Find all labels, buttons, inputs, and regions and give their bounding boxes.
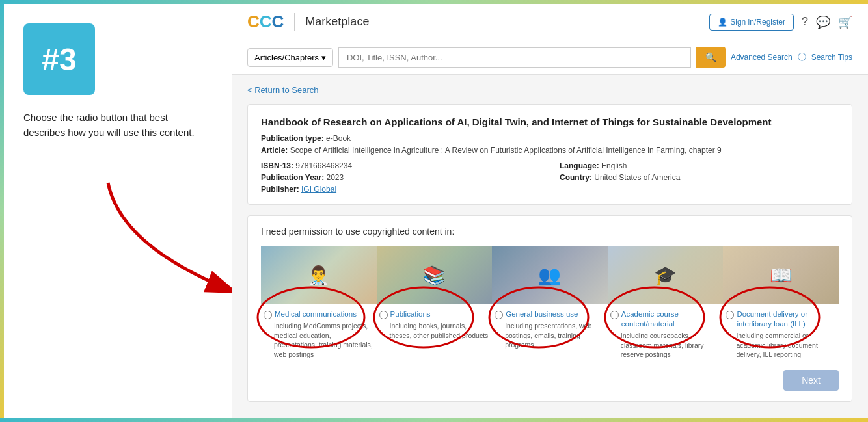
help-icon[interactable]: ?: [802, 15, 808, 29]
search-input[interactable]: [338, 47, 691, 68]
book-isbn: ISBN-13: 9781668468234: [261, 161, 540, 170]
header: CCC Marketplace 👤 Sign in/Register ? 💬 🛒: [232, 4, 868, 40]
publications-image: 📚: [377, 246, 493, 304]
document-label: Document delivery or interlibrary loan (…: [723, 304, 839, 362]
search-type-select[interactable]: Articles/Chapters ▾: [247, 48, 333, 67]
business-person-icon: 👥: [492, 246, 608, 304]
advanced-search-link[interactable]: Advanced Search: [731, 53, 793, 62]
publications-desc: Including books, journals, theses, other…: [379, 321, 490, 340]
permission-card: I need permission to use copyrighted con…: [247, 215, 852, 402]
medical-image: 👨‍⚕️: [261, 246, 377, 304]
document-name: Document delivery or interlibrary loan (…: [737, 310, 836, 329]
chevron-down-icon: ▾: [321, 53, 326, 62]
article-label: Article:: [261, 146, 288, 155]
use-case-publications: 📚 Publications Including books, journals…: [377, 246, 493, 362]
chat-icon[interactable]: 💬: [816, 15, 830, 29]
document-desc: Including commercial or academic library…: [726, 331, 836, 360]
academic-person-icon: 🎓: [608, 246, 724, 304]
content: < Return to Search Handbook of Research …: [232, 75, 868, 412]
next-label: Next: [802, 375, 821, 386]
academic-desc: Including coursepacks, classroom materia…: [610, 331, 721, 360]
document-radio-row: Document delivery or interlibrary loan (…: [726, 310, 836, 329]
academic-radio[interactable]: [610, 311, 619, 319]
search-button[interactable]: 🔍: [696, 47, 726, 68]
help-circle-icon: ⓘ: [798, 51, 806, 63]
article-value: Scope of Artificial Intelligence in Agri…: [290, 146, 722, 155]
logo-marketplace: Marketplace: [305, 15, 369, 29]
use-cases: 👨‍⚕️ Medical communications Including Me…: [261, 246, 839, 362]
academic-radio-row: Academic course content/material: [610, 310, 721, 329]
business-label: General business use Including presentat…: [492, 304, 608, 352]
return-label: < Return to Search: [247, 85, 318, 95]
book-pub-year: Publication Year: 2023: [261, 173, 540, 182]
search-tips-label: Search Tips: [811, 53, 852, 62]
business-radio[interactable]: [495, 311, 503, 319]
search-type-label: Articles/Chapters: [254, 53, 319, 62]
book-title: Handbook of Research on Applications of …: [261, 115, 839, 129]
country-value: United States of America: [594, 173, 680, 182]
academic-name: Academic course content/material: [621, 310, 721, 329]
business-name: General business use: [506, 310, 578, 319]
country-label: Country:: [560, 173, 592, 182]
book-country: Country: United States of America: [560, 173, 839, 182]
logo-c1: C: [247, 12, 260, 31]
academic-label: Academic course content/material Includi…: [608, 304, 724, 362]
logo-c2: C: [260, 12, 272, 31]
publications-person-icon: 📚: [377, 246, 493, 304]
business-image: 👥: [492, 246, 608, 304]
book-card: Handbook of Research on Applications of …: [247, 104, 852, 205]
academic-image: 🎓: [608, 246, 724, 304]
medical-name: Medical communications: [275, 310, 357, 319]
main-area: CCC Marketplace 👤 Sign in/Register ? 💬 🛒…: [232, 4, 868, 418]
publisher-label: Publisher:: [261, 185, 299, 194]
document-image: 📖: [723, 246, 839, 304]
business-desc: Including presentations, web postings, e…: [495, 321, 605, 350]
search-bar: Articles/Chapters ▾ 🔍 Advanced Search ⓘ …: [232, 40, 868, 75]
book-article: Article: Scope of Artificial Intelligenc…: [261, 146, 839, 155]
use-case-academic: 🎓 Academic course content/material Inclu…: [608, 246, 724, 362]
instruction-text: Choose the radio button that best descri…: [23, 111, 206, 140]
use-case-business: 👥 General business use Including present…: [492, 246, 608, 362]
logo-divider: [294, 13, 295, 31]
person-icon: 👤: [718, 18, 727, 27]
medical-radio-row: Medical communications: [264, 310, 374, 319]
logo-ccc: CCC: [247, 12, 284, 32]
document-radio[interactable]: [726, 311, 734, 319]
step-badge: #3: [23, 23, 95, 95]
logo: CCC Marketplace: [247, 12, 369, 32]
medical-radio[interactable]: [264, 311, 272, 319]
publications-label: Publications Including books, journals, …: [377, 304, 493, 343]
border-bottom: [0, 418, 868, 422]
business-radio-row: General business use: [495, 310, 605, 319]
book-details-grid: ISBN-13: 9781668468234 Language: English…: [261, 161, 839, 194]
publications-name: Publications: [390, 310, 431, 319]
isbn-value: 9781668468234: [295, 161, 352, 170]
search-tips-link[interactable]: Search Tips: [811, 53, 852, 62]
sign-in-button[interactable]: 👤 Sign in/Register: [709, 14, 794, 31]
pub-type-label: Publication type:: [261, 134, 324, 143]
logo-c3: C: [272, 12, 284, 31]
book-pub-type: Publication type: e-Book: [261, 134, 839, 143]
language-value: English: [601, 161, 627, 170]
next-button[interactable]: Next: [783, 370, 839, 391]
publisher-link[interactable]: IGI Global: [301, 185, 336, 194]
left-panel: #3 Choose the radio button that best des…: [4, 4, 232, 418]
return-to-search-link[interactable]: < Return to Search: [247, 85, 852, 95]
document-person-icon: 📖: [723, 246, 839, 304]
cart-icon[interactable]: 🛒: [838, 15, 852, 29]
next-button-row: Next: [261, 370, 839, 391]
use-case-document: 📖 Document delivery or interlibrary loan…: [723, 246, 839, 362]
use-case-medical: 👨‍⚕️ Medical communications Including Me…: [261, 246, 377, 362]
header-actions: 👤 Sign in/Register ? 💬 🛒: [709, 14, 852, 31]
language-label: Language:: [560, 161, 599, 170]
medical-desc: Including MedComms projects, medical edu…: [264, 321, 374, 360]
pub-type-value: e-Book: [326, 134, 351, 143]
sign-in-label: Sign in/Register: [730, 18, 785, 27]
medical-label: Medical communications Including MedComm…: [261, 304, 377, 362]
book-language: Language: English: [560, 161, 839, 170]
publications-radio[interactable]: [379, 311, 388, 319]
advanced-search-label: Advanced Search: [731, 53, 793, 62]
publications-radio-row: Publications: [379, 310, 490, 319]
pub-year-label: Publication Year:: [261, 173, 324, 182]
isbn-label: ISBN-13:: [261, 161, 293, 170]
